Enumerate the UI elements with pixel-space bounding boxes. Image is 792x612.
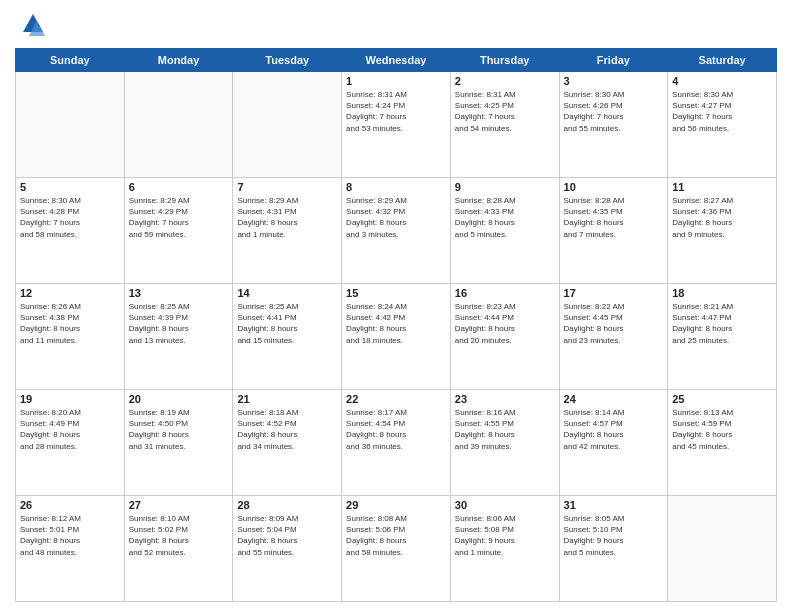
day-info: Sunrise: 8:24 AM Sunset: 4:42 PM Dayligh… (346, 301, 446, 346)
calendar-cell: 27Sunrise: 8:10 AM Sunset: 5:02 PM Dayli… (124, 496, 233, 602)
day-number: 27 (129, 499, 229, 511)
day-number: 28 (237, 499, 337, 511)
day-number: 3 (564, 75, 664, 87)
day-info: Sunrise: 8:30 AM Sunset: 4:28 PM Dayligh… (20, 195, 120, 240)
calendar-cell: 23Sunrise: 8:16 AM Sunset: 4:55 PM Dayli… (450, 390, 559, 496)
day-number: 21 (237, 393, 337, 405)
day-info: Sunrise: 8:05 AM Sunset: 5:10 PM Dayligh… (564, 513, 664, 558)
day-info: Sunrise: 8:16 AM Sunset: 4:55 PM Dayligh… (455, 407, 555, 452)
day-info: Sunrise: 8:19 AM Sunset: 4:50 PM Dayligh… (129, 407, 229, 452)
calendar-cell: 13Sunrise: 8:25 AM Sunset: 4:39 PM Dayli… (124, 284, 233, 390)
day-number: 13 (129, 287, 229, 299)
day-number: 15 (346, 287, 446, 299)
weekday-header-tuesday: Tuesday (233, 49, 342, 72)
day-info: Sunrise: 8:06 AM Sunset: 5:08 PM Dayligh… (455, 513, 555, 558)
day-number: 29 (346, 499, 446, 511)
day-info: Sunrise: 8:25 AM Sunset: 4:39 PM Dayligh… (129, 301, 229, 346)
calendar-cell: 4Sunrise: 8:30 AM Sunset: 4:27 PM Daylig… (668, 72, 777, 178)
day-number: 4 (672, 75, 772, 87)
day-number: 5 (20, 181, 120, 193)
day-number: 12 (20, 287, 120, 299)
calendar-cell: 25Sunrise: 8:13 AM Sunset: 4:59 PM Dayli… (668, 390, 777, 496)
day-info: Sunrise: 8:25 AM Sunset: 4:41 PM Dayligh… (237, 301, 337, 346)
day-number: 14 (237, 287, 337, 299)
weekday-header-monday: Monday (124, 49, 233, 72)
logo (15, 10, 49, 40)
calendar-table: SundayMondayTuesdayWednesdayThursdayFrid… (15, 48, 777, 602)
page: SundayMondayTuesdayWednesdayThursdayFrid… (0, 0, 792, 612)
calendar-cell: 14Sunrise: 8:25 AM Sunset: 4:41 PM Dayli… (233, 284, 342, 390)
day-number: 1 (346, 75, 446, 87)
calendar-body: 1Sunrise: 8:31 AM Sunset: 4:24 PM Daylig… (16, 72, 777, 602)
day-number: 17 (564, 287, 664, 299)
calendar-cell: 12Sunrise: 8:26 AM Sunset: 4:38 PM Dayli… (16, 284, 125, 390)
logo-icon (15, 10, 45, 40)
day-info: Sunrise: 8:13 AM Sunset: 4:59 PM Dayligh… (672, 407, 772, 452)
calendar-cell: 9Sunrise: 8:28 AM Sunset: 4:33 PM Daylig… (450, 178, 559, 284)
day-number: 25 (672, 393, 772, 405)
calendar-cell: 16Sunrise: 8:23 AM Sunset: 4:44 PM Dayli… (450, 284, 559, 390)
day-number: 24 (564, 393, 664, 405)
day-info: Sunrise: 8:20 AM Sunset: 4:49 PM Dayligh… (20, 407, 120, 452)
calendar-cell: 10Sunrise: 8:28 AM Sunset: 4:35 PM Dayli… (559, 178, 668, 284)
day-info: Sunrise: 8:14 AM Sunset: 4:57 PM Dayligh… (564, 407, 664, 452)
calendar-cell (233, 72, 342, 178)
weekday-header-saturday: Saturday (668, 49, 777, 72)
calendar-cell: 21Sunrise: 8:18 AM Sunset: 4:52 PM Dayli… (233, 390, 342, 496)
day-number: 7 (237, 181, 337, 193)
calendar-cell: 7Sunrise: 8:29 AM Sunset: 4:31 PM Daylig… (233, 178, 342, 284)
calendar-cell: 31Sunrise: 8:05 AM Sunset: 5:10 PM Dayli… (559, 496, 668, 602)
calendar-cell: 19Sunrise: 8:20 AM Sunset: 4:49 PM Dayli… (16, 390, 125, 496)
day-number: 18 (672, 287, 772, 299)
day-info: Sunrise: 8:26 AM Sunset: 4:38 PM Dayligh… (20, 301, 120, 346)
calendar-cell (16, 72, 125, 178)
day-info: Sunrise: 8:30 AM Sunset: 4:26 PM Dayligh… (564, 89, 664, 134)
day-info: Sunrise: 8:09 AM Sunset: 5:04 PM Dayligh… (237, 513, 337, 558)
day-number: 9 (455, 181, 555, 193)
day-info: Sunrise: 8:08 AM Sunset: 5:06 PM Dayligh… (346, 513, 446, 558)
calendar-cell: 1Sunrise: 8:31 AM Sunset: 4:24 PM Daylig… (342, 72, 451, 178)
day-info: Sunrise: 8:30 AM Sunset: 4:27 PM Dayligh… (672, 89, 772, 134)
calendar-cell: 24Sunrise: 8:14 AM Sunset: 4:57 PM Dayli… (559, 390, 668, 496)
day-info: Sunrise: 8:18 AM Sunset: 4:52 PM Dayligh… (237, 407, 337, 452)
day-number: 20 (129, 393, 229, 405)
calendar-cell: 2Sunrise: 8:31 AM Sunset: 4:25 PM Daylig… (450, 72, 559, 178)
calendar-cell: 8Sunrise: 8:29 AM Sunset: 4:32 PM Daylig… (342, 178, 451, 284)
calendar-cell: 11Sunrise: 8:27 AM Sunset: 4:36 PM Dayli… (668, 178, 777, 284)
calendar-cell (124, 72, 233, 178)
day-info: Sunrise: 8:29 AM Sunset: 4:31 PM Dayligh… (237, 195, 337, 240)
day-number: 6 (129, 181, 229, 193)
day-info: Sunrise: 8:17 AM Sunset: 4:54 PM Dayligh… (346, 407, 446, 452)
day-info: Sunrise: 8:28 AM Sunset: 4:35 PM Dayligh… (564, 195, 664, 240)
calendar-week-2: 5Sunrise: 8:30 AM Sunset: 4:28 PM Daylig… (16, 178, 777, 284)
day-number: 10 (564, 181, 664, 193)
day-info: Sunrise: 8:29 AM Sunset: 4:29 PM Dayligh… (129, 195, 229, 240)
day-info: Sunrise: 8:10 AM Sunset: 5:02 PM Dayligh… (129, 513, 229, 558)
calendar-cell: 5Sunrise: 8:30 AM Sunset: 4:28 PM Daylig… (16, 178, 125, 284)
day-info: Sunrise: 8:22 AM Sunset: 4:45 PM Dayligh… (564, 301, 664, 346)
calendar-cell: 15Sunrise: 8:24 AM Sunset: 4:42 PM Dayli… (342, 284, 451, 390)
day-info: Sunrise: 8:29 AM Sunset: 4:32 PM Dayligh… (346, 195, 446, 240)
day-number: 8 (346, 181, 446, 193)
day-number: 30 (455, 499, 555, 511)
calendar-cell: 30Sunrise: 8:06 AM Sunset: 5:08 PM Dayli… (450, 496, 559, 602)
calendar-cell: 6Sunrise: 8:29 AM Sunset: 4:29 PM Daylig… (124, 178, 233, 284)
day-number: 22 (346, 393, 446, 405)
day-info: Sunrise: 8:28 AM Sunset: 4:33 PM Dayligh… (455, 195, 555, 240)
calendar-header: SundayMondayTuesdayWednesdayThursdayFrid… (16, 49, 777, 72)
calendar-cell: 20Sunrise: 8:19 AM Sunset: 4:50 PM Dayli… (124, 390, 233, 496)
calendar-cell: 26Sunrise: 8:12 AM Sunset: 5:01 PM Dayli… (16, 496, 125, 602)
calendar-cell: 18Sunrise: 8:21 AM Sunset: 4:47 PM Dayli… (668, 284, 777, 390)
day-number: 11 (672, 181, 772, 193)
calendar-week-1: 1Sunrise: 8:31 AM Sunset: 4:24 PM Daylig… (16, 72, 777, 178)
weekday-header-sunday: Sunday (16, 49, 125, 72)
day-number: 26 (20, 499, 120, 511)
calendar-cell: 29Sunrise: 8:08 AM Sunset: 5:06 PM Dayli… (342, 496, 451, 602)
weekday-header-wednesday: Wednesday (342, 49, 451, 72)
calendar-week-4: 19Sunrise: 8:20 AM Sunset: 4:49 PM Dayli… (16, 390, 777, 496)
calendar-cell: 3Sunrise: 8:30 AM Sunset: 4:26 PM Daylig… (559, 72, 668, 178)
weekday-header-thursday: Thursday (450, 49, 559, 72)
day-number: 31 (564, 499, 664, 511)
calendar-cell (668, 496, 777, 602)
day-number: 23 (455, 393, 555, 405)
